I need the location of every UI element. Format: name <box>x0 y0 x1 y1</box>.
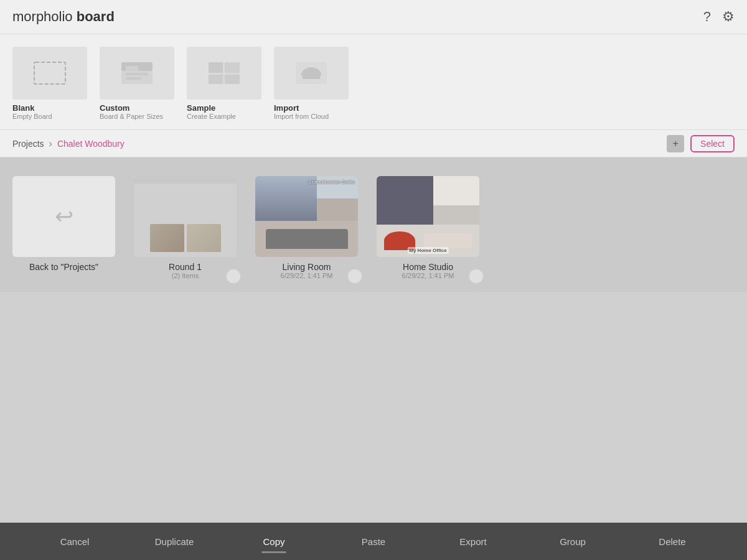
home-studio-overlay-text: My Home Office <box>407 247 448 254</box>
hs-desk <box>424 233 472 248</box>
home-studio-content: My Home Office <box>377 176 479 257</box>
template-blank-label: Blank <box>12 103 34 113</box>
living-room-badge <box>347 268 363 284</box>
delete-button[interactable]: Delete <box>622 530 722 553</box>
hs-top-left <box>377 176 433 225</box>
group-button[interactable]: Group <box>523 530 622 553</box>
lr-bottom <box>255 221 358 258</box>
round1-badge <box>225 268 242 284</box>
app-title: morpholio board <box>12 9 703 25</box>
living-room-overlay-text: Scandinavian SoHo <box>308 179 355 185</box>
svg-rect-0 <box>34 62 65 84</box>
svg-rect-11 <box>209 73 240 75</box>
template-custom-sublabel: Board & Paper Sizes <box>100 113 163 120</box>
template-blank[interactable]: Blank Empty Board <box>12 47 87 120</box>
app-title-bold: board <box>77 9 115 24</box>
home-studio-badge <box>468 268 484 284</box>
template-import-sublabel: Import from Cloud <box>274 113 329 120</box>
breadcrumb-bar: Projects › Chalet Woodbury + Select <box>0 130 747 157</box>
home-studio-sublabel: 6/29/22, 1:41 PM <box>402 272 454 279</box>
template-custom-thumb <box>100 47 174 100</box>
home-studio-thumb: My Home Office <box>377 176 479 257</box>
svg-rect-3 <box>126 66 138 71</box>
living-room-content: Scandinavian SoHo <box>255 176 358 257</box>
round1-sublabel: (2) Items <box>172 272 199 279</box>
back-arrow-icon: ↩ <box>55 203 73 230</box>
hs-tr-top <box>433 176 479 205</box>
board-item-living-room[interactable]: Scandinavian SoHo Living Room 6/29/22, 1… <box>255 176 358 279</box>
template-sample-sublabel: Create Example <box>187 113 236 120</box>
settings-icon[interactable]: ⚙ <box>722 9 735 25</box>
header-icons: ? ⚙ <box>703 9 735 25</box>
template-custom[interactable]: Custom Board & Paper Sizes <box>100 47 174 120</box>
breadcrumb-root: Projects <box>12 139 44 149</box>
board-item-round1[interactable]: Round 1 (2) Items <box>134 176 237 279</box>
svg-rect-7 <box>209 62 223 73</box>
template-sample-label: Sample <box>187 103 215 113</box>
folder-preview-img-2 <box>187 224 221 252</box>
template-blank-thumb <box>12 47 87 100</box>
board-item-home-studio[interactable]: My Home Office Home Studio 6/29/22, 1:41… <box>377 176 479 279</box>
board-item-back[interactable]: ↩ Back to "Projects" <box>12 176 115 279</box>
round1-thumb <box>134 176 237 257</box>
folder-inner <box>134 176 237 257</box>
breadcrumb-separator: › <box>49 138 52 149</box>
template-import-thumb <box>274 47 349 100</box>
lr-top-right-bot <box>317 198 358 221</box>
svg-rect-4 <box>126 73 148 75</box>
hs-top <box>377 176 479 225</box>
template-blank-sublabel: Empty Board <box>12 113 52 120</box>
breadcrumb-actions: + Select <box>667 135 735 152</box>
back-thumb: ↩ <box>12 176 115 257</box>
template-import[interactable]: Import Import from Cloud <box>274 47 349 120</box>
back-label: Back to "Projects" <box>29 262 98 272</box>
cancel-button[interactable]: Cancel <box>25 530 125 553</box>
app-title-light: morpholio <box>12 9 77 24</box>
folder-preview-img-1 <box>150 224 184 252</box>
folder-tab <box>134 176 237 184</box>
paste-button[interactable]: Paste <box>324 530 423 553</box>
svg-rect-5 <box>126 77 141 80</box>
select-button[interactable]: Select <box>690 135 735 152</box>
add-board-button[interactable]: + <box>667 135 684 152</box>
living-room-sublabel: 6/29/22, 1:41 PM <box>281 272 333 279</box>
home-studio-label: Home Studio <box>403 262 453 272</box>
template-import-label: Import <box>274 103 299 113</box>
bottom-toolbar: Cancel Duplicate Copy Paste Export Group… <box>0 523 747 560</box>
living-room-thumb: Scandinavian SoHo <box>255 176 358 257</box>
template-sample-thumb <box>187 47 261 100</box>
main-content: ↩ Back to "Projects" Round 1 (2) Items <box>0 157 747 292</box>
help-icon[interactable]: ? <box>703 9 711 25</box>
export-button[interactable]: Export <box>423 530 523 553</box>
breadcrumb-current[interactable]: Chalet Woodbury <box>57 139 125 149</box>
plus-icon: + <box>672 138 678 149</box>
copy-button[interactable]: Copy <box>224 530 324 553</box>
svg-rect-8 <box>225 62 240 73</box>
lr-sofa <box>266 229 348 249</box>
round1-label: Round 1 <box>169 262 202 272</box>
hs-top-right <box>433 176 479 225</box>
template-custom-label: Custom <box>100 103 129 113</box>
header: morpholio board ? ⚙ <box>0 0 747 34</box>
template-area: Blank Empty Board Custom Board & Paper S… <box>0 34 747 130</box>
template-sample[interactable]: Sample Create Example <box>187 47 261 120</box>
hs-tr-bot <box>433 205 479 225</box>
folder-preview <box>150 224 221 252</box>
svg-rect-16 <box>303 74 320 79</box>
duplicate-button[interactable]: Duplicate <box>125 530 224 553</box>
living-room-label: Living Room <box>283 262 331 272</box>
